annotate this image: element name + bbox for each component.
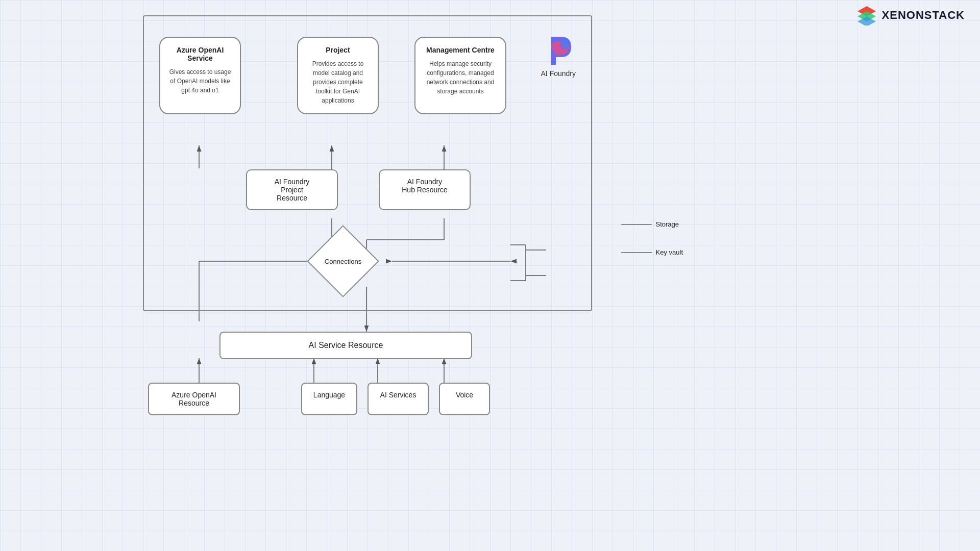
project-card: Project Provides access to model catalog… bbox=[297, 37, 379, 114]
voice-label: Voice bbox=[456, 391, 473, 399]
management-title: Management Centre bbox=[423, 46, 498, 54]
ai-services-label: AI Services bbox=[380, 391, 416, 399]
voice-box: Voice bbox=[439, 383, 490, 415]
keyvault-label-item: Key vault bbox=[621, 248, 683, 256]
management-body: Helps manage security configurations, ma… bbox=[423, 59, 498, 96]
svg-point-28 bbox=[560, 39, 569, 49]
ai-services-box: AI Services bbox=[368, 383, 429, 415]
diagram-wrapper: AI Foundry Azure OpenAI Service Gives ac… bbox=[138, 15, 597, 434]
language-label: Language bbox=[313, 391, 345, 399]
ai-foundry-project-resource: AI FoundryProjectResource bbox=[246, 169, 338, 210]
side-labels: Storage Key vault bbox=[621, 220, 683, 277]
top-cards-row: Azure OpenAI Service Gives access to usa… bbox=[159, 37, 506, 114]
mid-resources-row: AI FoundryProjectResource AI FoundryHub … bbox=[246, 169, 471, 210]
ai-foundry-label: AI Foundry bbox=[541, 69, 576, 78]
azure-openai-title: Azure OpenAI Service bbox=[167, 46, 233, 62]
keyvault-line bbox=[621, 252, 652, 253]
brand-name: XENONSTACK bbox=[882, 9, 965, 22]
project-body: Provides access to model catalog and pro… bbox=[305, 59, 371, 105]
main-diagram-box: AI Foundry Azure OpenAI Service Gives ac… bbox=[143, 15, 592, 311]
ai-service-label: AI Service Resource bbox=[309, 341, 383, 349]
storage-label: Storage bbox=[656, 220, 679, 228]
azure-openai-resource-box: Azure OpenAIResource bbox=[148, 383, 240, 415]
bottom-boxes-row: Azure OpenAIResource Language AI Service… bbox=[148, 383, 490, 415]
xenonstack-icon bbox=[856, 5, 877, 26]
management-card: Management Centre Helps manage security … bbox=[414, 37, 506, 114]
storage-label-item: Storage bbox=[621, 220, 683, 228]
ai-foundry-hub-resource: AI FoundryHub Resource bbox=[379, 169, 471, 210]
connections-diamond-container: Connections bbox=[317, 236, 369, 287]
xenonstack-logo: XENONSTACK bbox=[856, 5, 965, 26]
keyvault-label: Key vault bbox=[656, 248, 683, 256]
language-box: Language bbox=[301, 383, 357, 415]
ai-foundry-logo: AI Foundry bbox=[541, 32, 576, 78]
ai-foundry-icon bbox=[543, 32, 574, 67]
storage-line bbox=[621, 224, 652, 225]
azure-openai-body: Gives access to usage of OpenAI models l… bbox=[167, 67, 233, 95]
connections-label: Connections bbox=[325, 258, 361, 265]
ai-service-resource-box: AI Service Resource bbox=[219, 332, 472, 359]
azure-openai-card: Azure OpenAI Service Gives access to usa… bbox=[159, 37, 241, 114]
project-title: Project bbox=[305, 46, 371, 54]
